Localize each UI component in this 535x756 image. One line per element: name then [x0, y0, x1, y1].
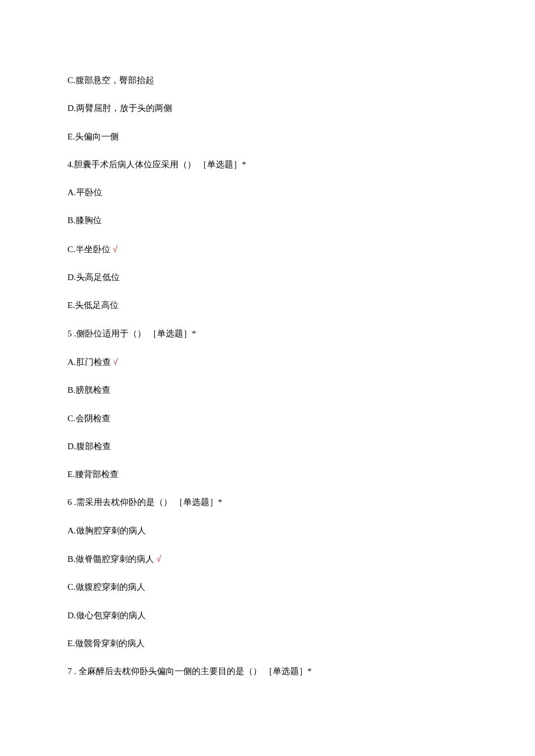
answer-option-text: C.半坐卧位 [67, 245, 110, 254]
question-stem-text: 6 .需采用去枕仰卧的是（） ［单选题］* [67, 497, 222, 507]
stray-option-text: E.头偏向一侧 [67, 132, 119, 141]
stray-option: E.头偏向一侧 [67, 131, 468, 143]
answer-option: C.会阴检查 [67, 413, 468, 425]
correct-mark-icon: √ [113, 244, 117, 254]
question-stem-text: 7 . 全麻醉后去枕仰卧头偏向一侧的主要目的是（） ［单选题］* [67, 667, 312, 676]
answer-option: B.膀胱检查 [67, 384, 468, 396]
answer-option-text: A.肛门检查 [67, 357, 111, 367]
answer-option: C.半坐卧位√ [67, 243, 468, 256]
question-stem: 4.胆囊手术后病人体位应采用（） ［单选题］* [67, 159, 468, 171]
question-stem: 6 .需采用去枕仰卧的是（） ［单选题］* [67, 496, 468, 508]
answer-option-text: E.做髋骨穿刺的病人 [67, 639, 145, 648]
answer-option: A.平卧位 [67, 187, 468, 199]
answer-option: A.做胸腔穿刺的病人 [67, 525, 468, 537]
answer-option-text: C.会阴检查 [67, 414, 110, 423]
answer-option-text: A.做胸腔穿刺的病人 [67, 526, 146, 535]
stray-option-text: D.两臂屈肘，放于头的两侧 [67, 103, 172, 113]
question-stem-text: 4.胆囊手术后病人体位应采用（） ［单选题］* [67, 160, 247, 169]
answer-option: C.做腹腔穿刺的病人 [67, 581, 468, 593]
stray-option: D.两臂屈肘，放于头的两侧 [67, 102, 468, 114]
answer-option: E.头低足高位 [67, 299, 468, 311]
answer-option-text: B.膝胸位 [67, 216, 102, 225]
answer-option: A.肛门检查√ [67, 356, 468, 368]
answer-option: E.做髋骨穿刺的病人 [67, 637, 468, 650]
answer-option-text: E.腰背部检查 [67, 470, 119, 479]
answer-option-text: E.头低足高位 [67, 300, 119, 310]
correct-mark-icon: √ [156, 554, 161, 564]
answer-option-text: D.做心包穿刺的病人 [67, 611, 146, 620]
answer-option-text: D.头高足低位 [67, 273, 120, 282]
answer-option-text: B.膀胱检查 [67, 385, 110, 395]
answer-option-text: D.腹部检查 [67, 442, 111, 451]
answer-option: B.膝胸位 [67, 214, 468, 227]
document-page: C.腹部悬空，臀部抬起D.两臂屈肘，放于头的两侧E.头偏向一侧4.胆囊手术后病人… [0, 0, 535, 756]
answer-option: E.腰背部检查 [67, 468, 468, 481]
answer-option-text: B.做脊髓腔穿刺的病人 [67, 554, 154, 564]
question-stem-text: 5 .侧卧位适用于（） ［单选题］* [67, 329, 196, 338]
answer-option: D.头高足低位 [67, 271, 468, 284]
question-stem: 5 .侧卧位适用于（） ［单选题］* [67, 328, 468, 340]
answer-option: D.做心包穿刺的病人 [67, 610, 468, 622]
stray-option-text: C.腹部悬空，臀部抬起 [67, 76, 154, 85]
stray-option: C.腹部悬空，臀部抬起 [67, 74, 468, 87]
question-stem: 7 . 全麻醉后去枕仰卧头偏向一侧的主要目的是（） ［单选题］* [67, 665, 468, 678]
answer-option: D.腹部检查 [67, 440, 468, 453]
answer-option-text: C.做腹腔穿刺的病人 [67, 582, 145, 592]
answer-option: B.做脊髓腔穿刺的病人√ [67, 553, 468, 565]
answer-option-text: A.平卧位 [67, 188, 102, 197]
correct-mark-icon: √ [113, 357, 118, 367]
